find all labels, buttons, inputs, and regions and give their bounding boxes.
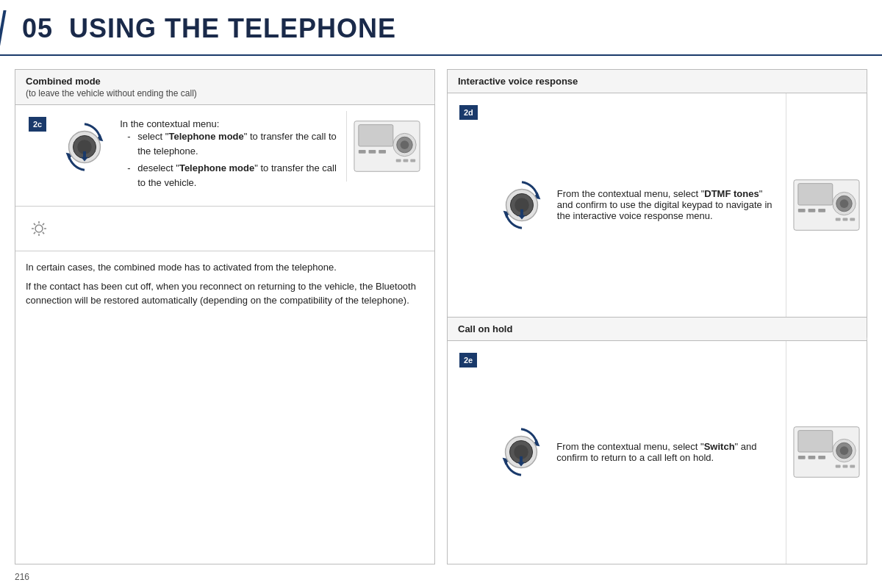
main-content: Combined mode (to leave the vehicle with… — [0, 56, 882, 578]
chapter-title: 05 USING THE TELEPHONE — [22, 13, 396, 44]
svg-rect-44 — [850, 218, 855, 220]
step-2c-item-2: deselect "Telephone mode" to transfer th… — [127, 161, 339, 190]
svg-rect-10 — [369, 150, 376, 154]
svg-rect-16 — [404, 159, 409, 162]
note-icon — [29, 218, 49, 239]
step-2c-knob — [52, 111, 117, 183]
right-panel: Interactive voice response 2d — [447, 69, 867, 564]
step-2c-text: In the contextual menu: select "Telephon… — [117, 111, 346, 200]
call-on-hold-section: Call on hold 2e — [448, 318, 867, 564]
step-2e-knob — [489, 341, 553, 564]
svg-point-14 — [401, 140, 409, 149]
svg-rect-35 — [798, 183, 833, 204]
step-2d-content: 2d — [448, 93, 867, 317]
svg-rect-43 — [843, 218, 848, 220]
step-2c-intro: In the contextual menu: — [120, 118, 339, 129]
combined-mode-title: Combined mode — [26, 76, 197, 87]
step-2e-content: 2e — [448, 341, 867, 564]
step-2c-item-1: select "Telephone mode" to transfer the … — [127, 129, 339, 158]
svg-line-25 — [43, 223, 44, 225]
step-2e-para: From the contextual menu, select "Switch… — [556, 441, 778, 463]
step-2c-bold-1: Telephone mode — [168, 131, 243, 142]
svg-rect-61 — [843, 465, 848, 468]
coh-title: Call on hold — [458, 323, 512, 334]
step-2d-badge: 2d — [459, 105, 478, 120]
step-2c-row: 2c — [15, 105, 434, 207]
svg-rect-56 — [818, 456, 825, 459]
coh-header: Call on hold — [448, 318, 867, 341]
svg-rect-36 — [798, 209, 806, 212]
step-2c-list: select "Telephone mode" to transfer the … — [127, 129, 339, 193]
svg-rect-42 — [836, 218, 841, 220]
ivr-header: Interactive voice response — [448, 70, 867, 93]
svg-rect-62 — [850, 465, 855, 468]
note-row — [15, 207, 434, 251]
step-2e-device — [786, 341, 867, 564]
svg-rect-33 — [520, 209, 523, 217]
svg-rect-54 — [798, 456, 806, 459]
svg-line-26 — [34, 232, 35, 234]
svg-rect-51 — [520, 456, 523, 464]
svg-rect-6 — [83, 151, 86, 159]
step-2c-bold-2: Telephone mode — [179, 162, 254, 173]
page-header: 05 USING THE TELEPHONE — [0, 0, 882, 56]
svg-rect-37 — [808, 209, 816, 212]
step-2d-knob — [490, 93, 554, 317]
chapter-number: 05 — [22, 13, 53, 43]
page-footer: 216 — [15, 572, 29, 582]
svg-rect-15 — [396, 159, 401, 162]
combined-mode-subtitle: (to leave the vehicle without ending the… — [26, 88, 197, 98]
left-panel: Combined mode (to leave the vehicle with… — [15, 69, 435, 564]
note-text-2: If the contact has been cut off, when yo… — [26, 279, 424, 308]
note-text-1: In certain cases, the combined mode has … — [26, 260, 424, 275]
svg-rect-60 — [836, 465, 841, 468]
step-2e-text: From the contextual menu, select "Switch… — [553, 341, 786, 564]
svg-rect-55 — [808, 456, 816, 459]
step-2d-device — [786, 93, 867, 317]
svg-line-24 — [43, 232, 44, 234]
chapter-name: USING THE TELEPHONE — [69, 13, 396, 43]
svg-rect-8 — [359, 125, 393, 146]
step-2e-text-before: From the contextual menu, select — [556, 441, 700, 452]
svg-rect-53 — [798, 431, 833, 452]
svg-rect-17 — [410, 159, 415, 162]
step-2d-text-before: From the contextual menu, select — [557, 188, 701, 199]
svg-rect-11 — [379, 150, 386, 154]
step-2d-text-after: and confirm to use the digital keypad to… — [557, 199, 772, 221]
ivr-title: Interactive voice response — [458, 76, 578, 87]
svg-point-18 — [35, 225, 43, 232]
step-2d-text: From the contextual menu, select "DTMF t… — [554, 93, 786, 317]
svg-line-23 — [34, 223, 35, 225]
step-2d-para: From the contextual menu, select "DTMF t… — [557, 188, 778, 221]
svg-rect-38 — [818, 209, 825, 212]
step-2c-device — [346, 111, 427, 182]
svg-rect-9 — [359, 150, 366, 154]
step-2d-bold: DTMF tones — [704, 188, 759, 199]
combined-mode-header: Combined mode (to leave the vehicle with… — [15, 70, 434, 105]
step-2c-badge: 2c — [29, 117, 46, 132]
note-text-area: In certain cases, the combined mode has … — [15, 251, 434, 564]
step-2e-badge: 2e — [459, 353, 477, 368]
svg-point-41 — [840, 199, 849, 208]
page-number: 216 — [15, 572, 29, 582]
svg-point-59 — [840, 446, 849, 455]
interactive-voice-section: Interactive voice response 2d — [448, 70, 867, 318]
step-2e-bold: Switch — [704, 441, 735, 452]
